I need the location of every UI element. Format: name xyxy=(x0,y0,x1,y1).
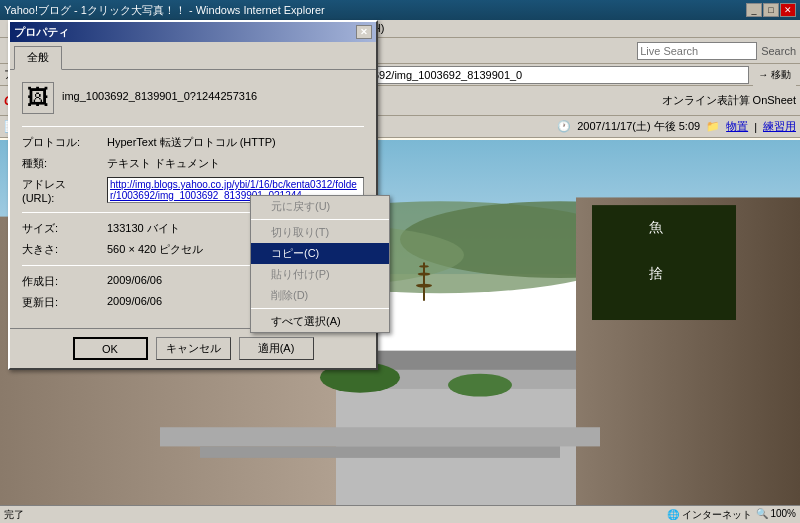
context-paste[interactable]: 貼り付け(P) xyxy=(251,264,389,285)
label-size: サイズ: xyxy=(22,221,107,236)
dialog-overlay: プロパティ ✕ 全般 🖼 img_1003692_8139901_0?12442… xyxy=(0,0,800,523)
context-copy[interactable]: コピー(C) xyxy=(251,243,389,264)
dialog-tabs: 全般 xyxy=(10,42,376,70)
label-address: アドレス(URL): xyxy=(22,177,107,204)
label-dimensions: 大きさ: xyxy=(22,242,107,257)
context-menu: 元に戻す(U) 切り取り(T) コピー(C) 貼り付け(P) 削除(D) すべて… xyxy=(250,195,390,333)
dialog-footer: OK キャンセル 適用(A) xyxy=(10,328,376,368)
context-undo[interactable]: 元に戻す(U) xyxy=(251,196,389,217)
dialog-titlebar: プロパティ ✕ xyxy=(10,22,376,42)
context-delete[interactable]: 削除(D) xyxy=(251,285,389,306)
label-type: 種類: xyxy=(22,156,107,171)
dialog-icon-row: 🖼 img_1003692_8139901_0?1244257316 xyxy=(22,82,364,114)
context-select-all[interactable]: すべて選択(A) xyxy=(251,311,389,332)
label-created: 作成日: xyxy=(22,274,107,289)
field-type: 種類: テキスト ドキュメント xyxy=(22,156,364,171)
dialog-filename: img_1003692_8139901_0?1244257316 xyxy=(62,82,257,102)
value-protocol: HyperText 転送プロトコル (HTTP) xyxy=(107,135,364,150)
dialog-title-text: プロパティ xyxy=(14,25,356,40)
file-icon-image: 🖼 xyxy=(27,85,49,111)
apply-button[interactable]: 適用(A) xyxy=(239,337,314,360)
dialog-close-button[interactable]: ✕ xyxy=(356,25,372,39)
context-sep-2 xyxy=(251,308,389,309)
context-cut[interactable]: 切り取り(T) xyxy=(251,222,389,243)
cancel-button[interactable]: キャンセル xyxy=(156,337,231,360)
label-modified: 更新日: xyxy=(22,295,107,310)
label-protocol: プロトコル: xyxy=(22,135,107,150)
value-type: テキスト ドキュメント xyxy=(107,156,364,171)
file-icon: 🖼 xyxy=(22,82,54,114)
context-sep-1 xyxy=(251,219,389,220)
ok-button[interactable]: OK xyxy=(73,337,148,360)
tab-general[interactable]: 全般 xyxy=(14,46,62,70)
separator-1 xyxy=(22,126,364,127)
field-protocol: プロトコル: HyperText 転送プロトコル (HTTP) xyxy=(22,135,364,150)
